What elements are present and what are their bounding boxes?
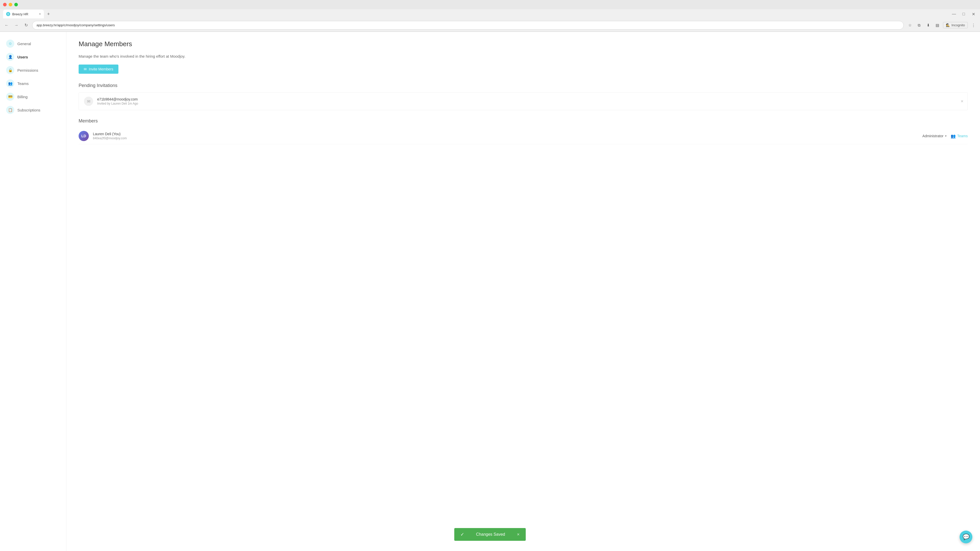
forward-button[interactable]: → — [13, 22, 20, 29]
address-bar: ← → ↻ app.breezy.hr/app/c/moodjoy/compan… — [0, 19, 980, 32]
win-min-btn[interactable] — [9, 3, 12, 6]
sidebar-label-general: General — [18, 41, 31, 46]
member-name: Lauren Deli (You) — [93, 132, 918, 136]
teams-icon: 👥 — [6, 79, 14, 87]
avatar: LD — [79, 131, 89, 141]
browser-tab-breezy[interactable]: B Breezy HR × — [3, 10, 44, 18]
sidebar-item-subscriptions[interactable]: 📋 Subscriptions — [0, 103, 66, 117]
sidebar-toggle-icon[interactable]: ▤ — [934, 22, 941, 29]
users-icon: 👤 — [6, 53, 14, 61]
titlebar — [0, 0, 980, 9]
member-teams-button[interactable]: 👥 Teams — [951, 134, 968, 138]
invitation-card: ✉ e71b9844@moodjoy.com Invited by Lauren… — [79, 92, 968, 110]
extensions-icon[interactable]: ⧉ — [915, 22, 923, 29]
members-section: Members LD Lauren Deli (You) 840ea2f0@mo… — [79, 118, 968, 144]
member-info: Lauren Deli (You) 840ea2f0@moodjoy.com — [93, 132, 918, 140]
win-max-btn[interactable] — [14, 3, 18, 6]
browser-chrome: B Breezy HR × + — □ ✕ ← → ↻ app.breezy.h… — [0, 0, 980, 32]
role-dropdown[interactable]: Administrator ▾ — [922, 134, 946, 138]
close-button[interactable]: ✕ — [970, 11, 977, 17]
bookmark-icon[interactable]: ☆ — [906, 22, 913, 29]
tab-title: Breezy HR — [12, 12, 28, 16]
sidebar-label-billing: Billing — [18, 95, 27, 99]
invite-mail-icon: ✉ — [84, 67, 87, 71]
page-title: Manage Members — [79, 40, 968, 48]
role-label: Administrator — [922, 134, 943, 138]
invite-btn-label: Invite Members — [89, 67, 113, 71]
minimize-button[interactable]: — — [950, 11, 958, 17]
new-tab-button[interactable]: + — [45, 11, 52, 17]
table-row: LD Lauren Deli (You) 840ea2f0@moodjoy.co… — [79, 128, 968, 144]
win-close-btn[interactable] — [3, 3, 6, 6]
back-button[interactable]: ← — [3, 22, 10, 29]
dropdown-arrow-icon: ▾ — [945, 134, 947, 138]
url-text: app.breezy.hr/app/c/moodjoy/company/sett… — [37, 23, 899, 27]
teams-button-label: Teams — [957, 134, 968, 138]
sidebar: ⚙ General 👤 Users 🔒 Permissions 👥 Teams … — [0, 32, 66, 551]
toolbar-icons: ☆ ⧉ ⬇ ▤ 🕵 Incognito ⋮ — [906, 22, 977, 29]
invitation-email: e71b9844@moodjoy.com — [97, 97, 963, 101]
sidebar-item-teams[interactable]: 👥 Teams — [0, 77, 66, 90]
chat-icon: 💬 — [963, 534, 969, 540]
permissions-icon: 🔒 — [6, 66, 14, 74]
more-options-icon[interactable]: ⋮ — [970, 22, 977, 29]
sidebar-label-teams: Teams — [18, 81, 29, 86]
subscriptions-icon: 📋 — [6, 106, 14, 114]
changes-saved-toast: ✓ Changes Saved × — [454, 528, 526, 541]
sidebar-item-permissions[interactable]: 🔒 Permissions — [0, 64, 66, 77]
sidebar-item-general[interactable]: ⚙ General — [0, 37, 66, 50]
invitation-meta: Invited by Lauren Deli 1m Ago — [97, 102, 963, 105]
sidebar-label-permissions: Permissions — [18, 68, 38, 73]
incognito-indicator: 🕵 Incognito — [943, 22, 968, 28]
address-input[interactable]: app.breezy.hr/app/c/moodjoy/company/sett… — [32, 21, 904, 30]
toast-message: Changes Saved — [476, 532, 505, 537]
main-content: Manage Members Manage the team who's inv… — [66, 32, 980, 551]
teams-button-icon: 👥 — [951, 134, 956, 138]
member-actions: Administrator ▾ 👥 Teams — [922, 134, 968, 138]
sidebar-item-users[interactable]: 👤 Users — [0, 50, 66, 64]
invitation-mail-icon: ✉ — [84, 97, 93, 106]
invite-members-button[interactable]: ✉ Invite Members — [79, 65, 118, 74]
members-section-title: Members — [79, 118, 968, 124]
app-layout: ⚙ General 👤 Users 🔒 Permissions 👥 Teams … — [0, 32, 980, 551]
pending-section-title: Pending Invitations — [79, 83, 968, 88]
incognito-label: Incognito — [951, 23, 965, 27]
avatar-placeholder: LD — [79, 131, 89, 141]
general-icon: ⚙ — [6, 40, 14, 48]
sidebar-item-billing[interactable]: 💳 Billing — [0, 90, 66, 103]
maximize-button[interactable]: □ — [960, 11, 967, 17]
download-icon[interactable]: ⬇ — [924, 22, 932, 29]
favicon: B — [6, 12, 10, 16]
toast-close-button[interactable]: × — [517, 532, 520, 537]
sidebar-label-users: Users — [18, 55, 28, 59]
toast-check-icon: ✓ — [460, 532, 464, 537]
billing-icon: 💳 — [6, 93, 14, 101]
tab-bar: B Breezy HR × + — □ ✕ — [0, 9, 980, 19]
page-description: Manage the team who's involved in the hi… — [79, 54, 968, 59]
member-email: 840ea2f0@moodjoy.com — [93, 137, 918, 140]
incognito-icon: 🕵 — [946, 23, 950, 27]
sidebar-label-subscriptions: Subscriptions — [18, 108, 40, 112]
reload-button[interactable]: ↻ — [22, 22, 30, 29]
tab-close-icon[interactable]: × — [39, 12, 41, 16]
invitation-close-button[interactable]: × — [961, 99, 963, 104]
invitation-details: e71b9844@moodjoy.com Invited by Lauren D… — [97, 97, 963, 105]
chat-widget-button[interactable]: 💬 — [959, 530, 972, 543]
